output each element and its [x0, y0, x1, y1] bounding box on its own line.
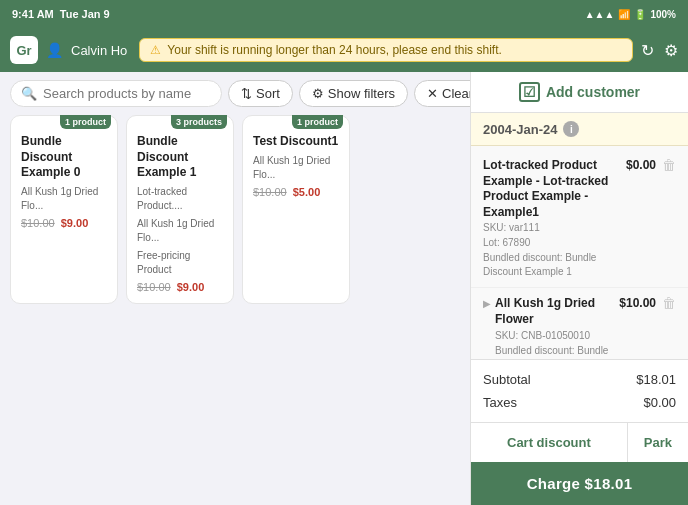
product-detail-2: All Kush 1g Dried Flo... — [253, 154, 339, 182]
totals-section: Subtotal $18.01 Taxes $0.00 — [471, 359, 688, 422]
order-item-bundled-0: Bundled discount: Bundle Discount Exampl… — [483, 251, 622, 279]
date-info-icon: i — [563, 121, 579, 137]
add-customer-label: Add customer — [546, 84, 640, 100]
product-badge-1: 3 products — [171, 115, 227, 129]
user-name: Calvin Ho — [71, 43, 127, 58]
left-panel: 🔍 ⇅ Sort ⚙ Show filters ✕ Clear all 1 pr… — [0, 72, 470, 505]
taxes-label: Taxes — [483, 395, 517, 410]
status-right: ▲▲▲ 📶 🔋 100% — [585, 9, 676, 20]
clear-icon: ✕ — [427, 86, 438, 101]
order-item-delete-0[interactable]: 🗑 — [662, 158, 676, 172]
order-item-name-1: All Kush 1g Dried Flower — [495, 296, 615, 327]
order-items-list: Lot-tracked Product Example - Lot-tracke… — [471, 146, 688, 359]
product-card-2[interactable]: 1 product Test Discount1 All Kush 1g Dri… — [242, 115, 350, 304]
charge-label: Charge $18.01 — [527, 475, 633, 492]
status-bar: 9:41 AM Tue Jan 9 ▲▲▲ 📶 🔋 100% — [0, 0, 688, 28]
order-item-price-0: $0.00 — [626, 158, 656, 172]
status-left: 9:41 AM Tue Jan 9 — [12, 8, 110, 20]
product-detail2-1: All Kush 1g Dried Flo... — [137, 217, 223, 245]
price-discounted-2: $5.00 — [293, 186, 321, 198]
price-original-0: $10.00 — [21, 217, 55, 229]
order-item-0: Lot-tracked Product Example - Lot-tracke… — [471, 150, 688, 288]
price-discounted-1: $9.00 — [177, 281, 205, 293]
user-icon: 👤 — [46, 42, 63, 58]
product-detail3-1: Free-pricing Product — [137, 249, 223, 277]
alert-banner: ⚠ Your shift is running longer than 24 h… — [139, 38, 633, 62]
filter-icon: ⚙ — [312, 86, 324, 101]
charge-button[interactable]: Charge $18.01 — [471, 462, 688, 505]
order-item-price-1: $10.00 — [619, 296, 656, 310]
order-item-info-1: All Kush 1g Dried Flower SKU: CNB-010500… — [495, 296, 615, 359]
product-price-1: $10.00 $9.00 — [137, 281, 223, 293]
order-item-1: ▶ All Kush 1g Dried Flower SKU: CNB-0105… — [471, 288, 688, 359]
products-grid: 1 product Bundle Discount Example 0 All … — [10, 115, 460, 304]
status-time: 9:41 AM — [12, 8, 54, 20]
park-button[interactable]: Park — [628, 423, 688, 462]
product-badge-0: 1 product — [60, 115, 111, 129]
warning-icon: ⚠ — [150, 43, 161, 57]
show-filters-button[interactable]: ⚙ Show filters — [299, 80, 408, 107]
status-day: Tue Jan 9 — [60, 8, 110, 20]
order-item-name-0: Lot-tracked Product Example - Lot-tracke… — [483, 158, 622, 220]
search-icon: 🔍 — [21, 86, 37, 101]
wifi-icon: 📶 — [618, 9, 630, 20]
product-name-0: Bundle Discount Example 0 — [21, 134, 107, 181]
cart-discount-button[interactable]: Cart discount — [471, 423, 628, 462]
filter-bar: 🔍 ⇅ Sort ⚙ Show filters ✕ Clear all — [10, 80, 460, 107]
subtotal-value: $18.01 — [636, 372, 676, 387]
park-label: Park — [644, 435, 672, 450]
order-item-info-0: Lot-tracked Product Example - Lot-tracke… — [483, 158, 622, 279]
order-item-right-0: $0.00 🗑 — [626, 158, 676, 172]
product-price-2: $10.00 $5.00 — [253, 186, 339, 198]
sort-icon: ⇅ — [241, 86, 252, 101]
order-item-delete-1[interactable]: 🗑 — [662, 296, 676, 310]
signal-icon: ▲▲▲ — [585, 9, 615, 20]
taxes-value: $0.00 — [643, 395, 676, 410]
product-card-0[interactable]: 1 product Bundle Discount Example 0 All … — [10, 115, 118, 304]
order-date: 2004-Jan-24 — [483, 122, 557, 137]
product-detail-0: All Kush 1g Dried Flo... — [21, 185, 107, 213]
product-price-0: $10.00 $9.00 — [21, 217, 107, 229]
battery-percent: 100% — [650, 9, 676, 20]
top-bar-icons: ↻ ⚙ — [641, 41, 678, 60]
order-item-sku-1: SKU: CNB-01050010 — [495, 329, 615, 343]
main-layout: 🔍 ⇅ Sort ⚙ Show filters ✕ Clear all 1 pr… — [0, 72, 688, 505]
taxes-row: Taxes $0.00 — [483, 391, 676, 414]
price-original-1: $10.00 — [137, 281, 171, 293]
order-item-bundled-1: Bundled discount: Bundle Discount Exampl… — [495, 344, 615, 359]
order-item-right-1: $10.00 🗑 — [619, 296, 676, 310]
product-name-2: Test Discount1 — [253, 134, 339, 150]
top-bar: Gr 👤 Calvin Ho ⚠ Your shift is running l… — [0, 28, 688, 72]
product-card-1[interactable]: 3 products Bundle Discount Example 1 Lot… — [126, 115, 234, 304]
alert-text: Your shift is running longer than 24 hou… — [167, 43, 501, 57]
settings-icon[interactable]: ⚙ — [664, 41, 678, 60]
add-customer-button[interactable]: ☑ Add customer — [471, 72, 688, 113]
battery-icon: 🔋 — [634, 9, 646, 20]
search-input[interactable] — [43, 86, 211, 101]
date-header: 2004-Jan-24 i — [471, 113, 688, 146]
price-original-2: $10.00 — [253, 186, 287, 198]
expand-icon-1[interactable]: ▶ — [483, 298, 491, 309]
refresh-icon[interactable]: ↻ — [641, 41, 654, 60]
sort-label: Sort — [256, 86, 280, 101]
bottom-actions: Cart discount Park — [471, 422, 688, 462]
subtotal-label: Subtotal — [483, 372, 531, 387]
search-box[interactable]: 🔍 — [10, 80, 222, 107]
order-item-sku-0: SKU: var111 — [483, 221, 622, 235]
product-name-1: Bundle Discount Example 1 — [137, 134, 223, 181]
cart-discount-label: Cart discount — [507, 435, 591, 450]
subtotal-row: Subtotal $18.01 — [483, 368, 676, 391]
right-panel: ☑ Add customer 2004-Jan-24 i Lot-tracked… — [470, 72, 688, 505]
price-discounted-0: $9.00 — [61, 217, 89, 229]
product-detail1-1: Lot-tracked Product.... — [137, 185, 223, 213]
sort-button[interactable]: ⇅ Sort — [228, 80, 293, 107]
add-customer-icon: ☑ — [519, 82, 540, 102]
gr-logo: Gr — [10, 36, 38, 64]
order-item-lot-0: Lot: 67890 — [483, 236, 622, 250]
show-filters-label: Show filters — [328, 86, 395, 101]
product-badge-2: 1 product — [292, 115, 343, 129]
